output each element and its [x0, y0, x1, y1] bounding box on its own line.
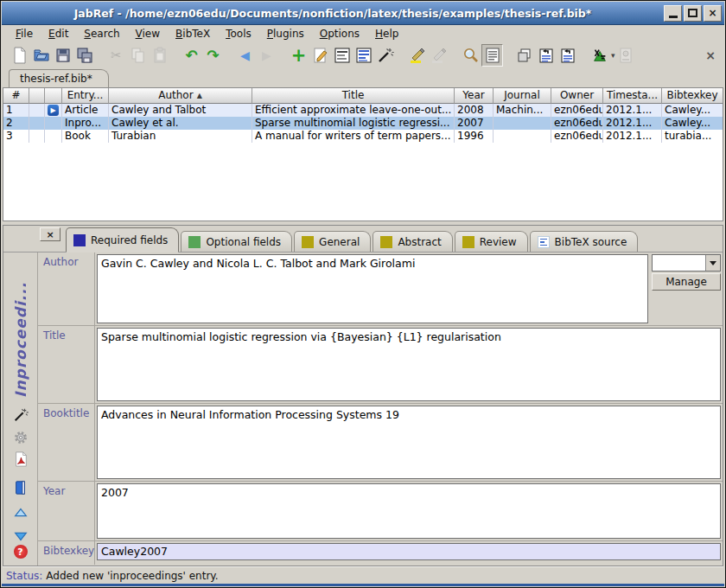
undo-button[interactable]: ↶ [181, 44, 202, 67]
author-label: Author [38, 252, 95, 325]
edit-preamble-button[interactable] [331, 44, 353, 67]
tab-optional-fields[interactable]: Optional fields [181, 231, 292, 252]
cell-entrytype: Book [62, 130, 109, 143]
new-database-button[interactable] [9, 44, 30, 67]
col-header-icon1[interactable] [29, 88, 45, 104]
cell-entrytype: Article [62, 104, 109, 117]
help-button[interactable]: ? [11, 544, 30, 560]
tab-bibtex-source[interactable]: BibTeX source [530, 231, 639, 252]
save-icon [54, 47, 72, 64]
sidepane-close-button[interactable]: × [705, 48, 716, 62]
tab-abstract[interactable]: Abstract [373, 231, 452, 252]
cell-icon2[interactable]: ▶ [45, 104, 62, 117]
editor-close-button[interactable]: × [40, 227, 60, 241]
col-header-author[interactable]: Author▲ [109, 88, 252, 104]
booktitle-field[interactable]: Advances in Neural Information Processin… [97, 406, 721, 479]
cell-number: 3 [3, 130, 29, 143]
bibtexkey-field[interactable]: Cawley2007 [97, 543, 721, 560]
push-to-editor-button[interactable] [557, 44, 578, 67]
redo-button[interactable]: ↷ [202, 44, 224, 67]
cleanup-button[interactable] [374, 44, 396, 67]
generate-key-button[interactable] [11, 406, 30, 423]
cell-icon1 [29, 130, 45, 143]
maximize-button[interactable] [684, 5, 702, 22]
col-header-number[interactable]: # [3, 88, 29, 104]
col-header-timestamp[interactable]: Timesta... [603, 88, 662, 104]
toggle-preview-button[interactable] [481, 44, 503, 67]
editor-side-strip: Inproceedi... ? [3, 252, 38, 566]
save-all-icon [76, 47, 93, 64]
table-row[interactable]: 1 ▶ Article Cawley and Talbot Efficient … [3, 104, 723, 117]
gear-icon [13, 430, 29, 445]
open-url-button[interactable] [11, 480, 30, 496]
manage-button[interactable]: Manage [652, 273, 721, 291]
save-all-button[interactable] [73, 44, 95, 67]
previous-entry-button[interactable] [11, 505, 30, 521]
tab-review[interactable]: Review [455, 231, 528, 252]
general-tab-icon [302, 236, 314, 248]
menu-help[interactable]: Help [368, 26, 405, 42]
combobox-button[interactable] [705, 255, 720, 271]
col-header-year[interactable]: Year [455, 88, 494, 104]
cut-button[interactable]: ✂ [105, 44, 127, 67]
bibtex-source-icon [538, 236, 550, 248]
push-to-lyx-button[interactable] [589, 44, 610, 67]
save-database-button[interactable] [52, 44, 73, 67]
file-tab[interactable]: thesis-ref.bib* [9, 69, 109, 87]
menu-file[interactable]: File [9, 26, 40, 42]
name-format-combobox[interactable] [652, 254, 721, 272]
close-x-icon: × [46, 229, 54, 240]
title-bar[interactable]: JabRef - /home/ezn06edu/Documents/nonfic… [2, 2, 724, 25]
redo-icon: ↷ [207, 48, 219, 63]
push-to-application-button[interactable] [535, 44, 557, 67]
preamble-doc-icon [334, 47, 351, 64]
col-header-title[interactable]: Title [252, 88, 455, 104]
paste-button[interactable] [149, 44, 170, 67]
col-header-icon2[interactable] [45, 88, 62, 104]
next-entry-button[interactable] [11, 527, 30, 543]
mark-entries-button[interactable] [406, 44, 428, 67]
abstract-tab-icon [380, 236, 392, 248]
unmark-entries-button[interactable] [428, 44, 449, 67]
new-entry-button[interactable]: + [288, 44, 309, 67]
back-button[interactable]: ◀ [234, 44, 256, 67]
col-header-journal[interactable]: Journal [494, 88, 551, 104]
menu-options[interactable]: Options [313, 26, 366, 42]
cell-author: Turabian [109, 130, 252, 143]
search-button[interactable] [460, 44, 481, 67]
lyx-icon [591, 47, 608, 64]
cell-year: 1996 [455, 130, 494, 143]
menu-tools[interactable]: Tools [219, 26, 258, 42]
strings-doc-icon [355, 47, 373, 64]
author-field[interactable]: Gavin C. Cawley and Nicola L. C. Talbot … [97, 254, 648, 323]
edit-entry-button[interactable] [309, 44, 331, 67]
cell-year: 2008 [455, 104, 494, 117]
auto-settings-button[interactable] [11, 429, 30, 445]
title-field[interactable]: Sparse multinomial logistic regression v… [97, 328, 721, 401]
open-file-button[interactable] [615, 44, 637, 67]
status-bar: Status: Added new 'inproceedings' entry. [3, 566, 723, 584]
col-header-entrytype[interactable]: Entry... [62, 88, 109, 104]
menu-search[interactable]: Search [77, 26, 126, 42]
copy-button[interactable] [127, 44, 149, 67]
tab-required-fields[interactable]: Required fields [66, 227, 179, 252]
menu-plugins[interactable]: Plugins [260, 26, 311, 42]
year-field[interactable]: 2007 [97, 483, 721, 539]
open-pdf-button[interactable] [11, 451, 30, 468]
open-database-button[interactable] [30, 44, 52, 67]
close-button[interactable]: × [704, 5, 722, 22]
forward-button[interactable]: ▶ [256, 44, 277, 67]
plus-icon: + [291, 47, 307, 65]
table-row[interactable]: 3 Book Turabian A manual for writers of … [3, 130, 723, 143]
col-header-owner[interactable]: Owner [551, 88, 603, 104]
minimize-button[interactable] [664, 5, 682, 22]
dropdown-arrow-icon [710, 261, 716, 265]
copy-citation-button[interactable] [513, 44, 535, 67]
edit-strings-button[interactable] [353, 44, 374, 67]
col-header-bibtexkey[interactable]: Bibtexkey [662, 88, 723, 104]
menu-bibtex[interactable]: BibTeX [169, 26, 217, 42]
menu-edit[interactable]: Edit [41, 26, 75, 42]
menu-view[interactable]: View [129, 26, 167, 42]
tab-general[interactable]: General [294, 231, 371, 252]
table-row-selected[interactable]: 2 Inpro... Cawley et al. Sparse multinom… [3, 117, 723, 130]
